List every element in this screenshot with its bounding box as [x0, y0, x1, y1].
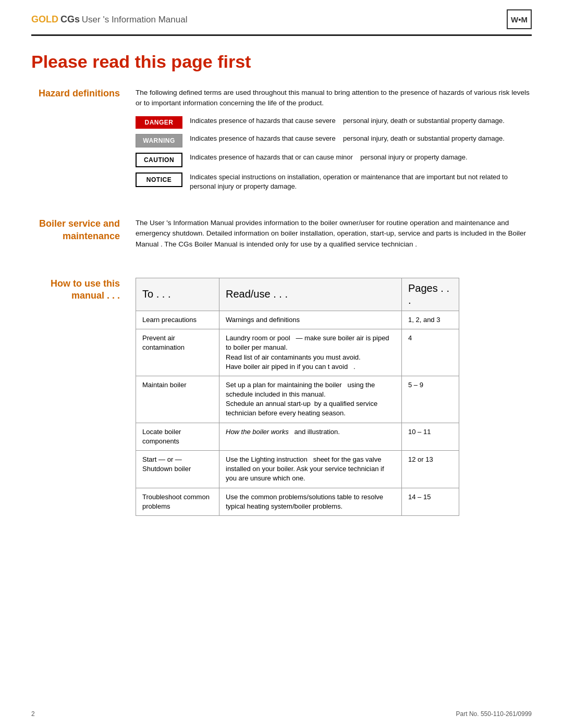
col-header-to: To . . . — [136, 278, 219, 311]
header: GOLD CGs User 's Information Manual W•M — [0, 0, 563, 34]
row-pages-4: 10 – 11 — [402, 423, 459, 450]
hazard-definitions-content: The following defined terms are used thr… — [136, 88, 532, 197]
row-readuse-3: Set up a plan for maintaining the boiler… — [219, 376, 402, 423]
table-row: Prevent air contamination Laundry room o… — [136, 329, 459, 376]
main-content: Please read this page first Hazard defin… — [0, 36, 563, 558]
col-header-pages: Pages . . . — [402, 278, 459, 311]
boiler-service-section: Boiler service and maintenance The User … — [31, 218, 532, 257]
table-header-row: To . . . Read/use . . . Pages . . . — [136, 278, 459, 311]
hazard-row-danger: DANGER Indicates presence of hazards tha… — [136, 116, 532, 129]
caution-text: Indicates presence of hazards that or ca… — [190, 153, 532, 163]
boiler-service-text: The User 's Information Manual provides … — [136, 218, 532, 250]
hazard-definitions-label: Hazard definitions — [31, 88, 136, 197]
col-header-readuse: Read/use . . . — [219, 278, 402, 311]
danger-text: Indicates presence of hazards that cause… — [190, 116, 532, 126]
row-to-6: Troubleshoot common problems — [136, 488, 219, 515]
notice-text: Indicates special instructions on instal… — [190, 172, 532, 192]
row-readuse-6: Use the common problems/solutions table … — [219, 488, 402, 515]
row-pages-1: 1, 2, and 3 — [402, 311, 459, 329]
page-title: Please read this page first — [31, 52, 532, 72]
header-subtitle: User 's Information Manual — [82, 15, 188, 24]
logo-text: W•M — [511, 15, 528, 24]
table-row: Start — or —Shutdown boiler Use the Ligh… — [136, 451, 459, 488]
row-pages-3: 5 – 9 — [402, 376, 459, 423]
warning-badge: WARNING — [136, 134, 182, 147]
how-to-use-table-container: To . . . Read/use . . . Pages . . . Lear… — [136, 278, 532, 516]
footer: 2 Part No. 550-110-261/0999 — [31, 710, 532, 718]
header-gold: GOLD — [31, 14, 58, 24]
hazard-row-caution: CAUTION Indicates presence of hazards th… — [136, 153, 532, 167]
how-to-use-label: How to use this manual . . . — [31, 278, 136, 302]
footer-page-number: 2 — [31, 710, 35, 718]
page: GOLD CGs User 's Information Manual W•M … — [0, 0, 563, 728]
row-to-4: Locate boiler components — [136, 423, 219, 450]
caution-badge: CAUTION — [136, 153, 182, 167]
row-readuse-2: Laundry room or pool — make sure boiler … — [219, 329, 402, 376]
manual-table: To . . . Read/use . . . Pages . . . Lear… — [136, 278, 459, 516]
hazard-row-warning: WARNING Indicates presence of hazards th… — [136, 134, 532, 147]
row-pages-5: 12 or 13 — [402, 451, 459, 488]
table-row: Learn precautions Warnings and definitio… — [136, 311, 459, 329]
row-readuse-1: Warnings and definitions — [219, 311, 402, 329]
hazard-intro-text: The following defined terms are used thr… — [136, 88, 532, 109]
row-pages-6: 14 – 15 — [402, 488, 459, 515]
boiler-service-label: Boiler service and maintenance — [31, 218, 136, 257]
how-to-use-section: How to use this manual . . . To . . . Re… — [31, 278, 532, 516]
row-readuse-5: Use the Lighting instruction sheet for t… — [219, 451, 402, 488]
table-row: Troubleshoot common problems Use the com… — [136, 488, 459, 515]
header-logo: W•M — [507, 9, 532, 29]
row-to-3: Maintain boiler — [136, 376, 219, 423]
row-to-1: Learn precautions — [136, 311, 219, 329]
boiler-service-content: The User 's Information Manual provides … — [136, 218, 532, 257]
hazard-row-notice: NOTICE Indicates special instructions on… — [136, 172, 532, 192]
table-row: Maintain boiler Set up a plan for mainta… — [136, 376, 459, 423]
notice-badge: NOTICE — [136, 172, 182, 187]
warning-text: Indicates presence of hazards that cause… — [190, 134, 532, 144]
hazard-definitions-section: Hazard definitions The following defined… — [31, 88, 532, 197]
header-brand: GOLD CGs User 's Information Manual — [31, 14, 187, 25]
header-cgs: CGs — [60, 14, 80, 24]
table-row: Locate boiler components How the boiler … — [136, 423, 459, 450]
footer-part-number: Part No. 550-110-261/0999 — [456, 710, 532, 718]
row-pages-2: 4 — [402, 329, 459, 376]
danger-badge: DANGER — [136, 116, 182, 129]
row-to-5: Start — or —Shutdown boiler — [136, 451, 219, 488]
row-to-2: Prevent air contamination — [136, 329, 219, 376]
row-readuse-4: How the boiler works and illustration. — [219, 423, 402, 450]
